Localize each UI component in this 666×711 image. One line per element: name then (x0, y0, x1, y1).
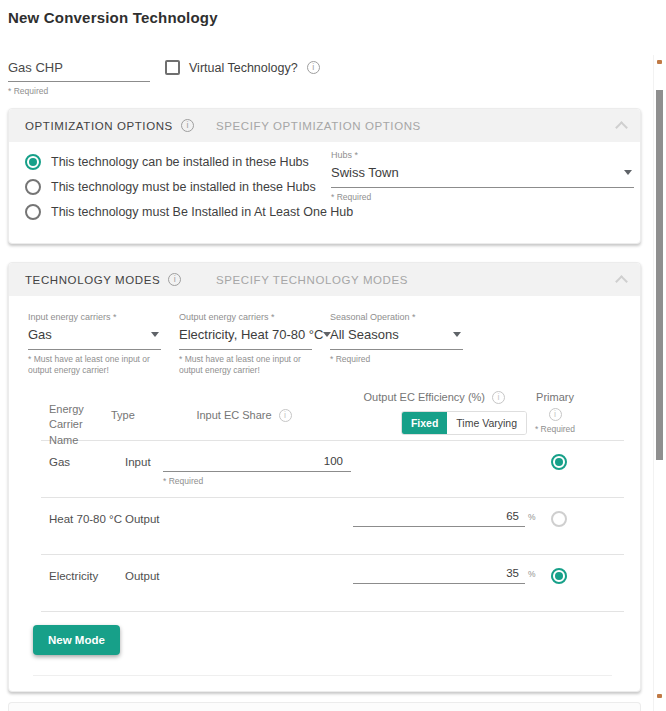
collapse-icon[interactable] (615, 275, 628, 288)
section-title: OPTIMIZATION OPTIONS (25, 120, 173, 132)
radio-label: This technology can be installed in thes… (51, 155, 309, 169)
required-note: * Required (8, 86, 150, 96)
hubs-label: Hubs * (331, 150, 634, 160)
seasonal-operation-block: Seasonal Operation * All Seasons * Requi… (330, 312, 463, 377)
primary-cell (543, 555, 603, 584)
radio-label: This technology must Be Installed in At … (51, 205, 353, 219)
energy-carrier-table: Energy Carrier Name Type Input EC Share … (41, 385, 624, 612)
primary-radio[interactable] (551, 568, 567, 584)
table-header-row: Energy Carrier Name Type Input EC Share … (41, 385, 624, 441)
seasonal-operation-select[interactable]: All Seasons (330, 325, 463, 350)
divider (33, 675, 612, 676)
percent-suffix: % (528, 569, 536, 579)
column-header-label: Input EC Share (196, 408, 271, 423)
primary-radio[interactable] (551, 511, 567, 527)
toggle-time-varying-button[interactable]: Time Varying (447, 412, 526, 434)
carrier-type: Output (125, 498, 163, 525)
carrier-name: Electricity (41, 555, 125, 582)
scrollbar-thumb[interactable] (656, 90, 663, 460)
input-ec-share-field: * Required (163, 441, 353, 486)
info-icon[interactable] (549, 408, 562, 421)
technology-name-input[interactable] (8, 58, 150, 82)
primary-cell (543, 498, 603, 527)
radio-option-at-least-one-hub[interactable]: This technology must Be Installed in At … (25, 204, 624, 220)
carrier-name: Gas (41, 441, 125, 468)
primary-radio[interactable] (551, 454, 567, 470)
required-note: * Required (331, 192, 634, 202)
technology-name-row: * Required Virtual Technology? (8, 58, 648, 96)
carrier-name: Heat 70-80 °C (41, 498, 125, 525)
hubs-select-block: Hubs * Swiss Town * Required (331, 150, 634, 202)
radio-icon[interactable] (25, 179, 41, 195)
output-carriers-select[interactable]: Electricity, Heat 70-80 °C (179, 325, 312, 350)
virtual-technology-group: Virtual Technology? (165, 58, 320, 75)
next-section-card-edge (8, 702, 641, 711)
seasonal-operation-value: All Seasons (330, 327, 399, 342)
column-header-type: Type (111, 394, 149, 423)
efficiency-field: % (353, 555, 543, 584)
carrier-type: Input (125, 441, 163, 468)
technology-modes-header: TECHNOLOGY MODES SPECIFY TECHNOLOGY MODE… (9, 263, 640, 296)
input-carriers-block: Input energy carriers * Gas * Must have … (28, 312, 161, 377)
technology-modes-card: TECHNOLOGY MODES SPECIFY TECHNOLOGY MODE… (8, 262, 641, 692)
dropdown-arrow-icon (151, 332, 159, 337)
scrollbar-marker (657, 694, 662, 698)
optimization-options-header: OPTIMIZATION OPTIONS SPECIFY OPTIMIZATIO… (9, 109, 640, 142)
carrier-type: Output (125, 555, 163, 582)
dropdown-arrow-icon (624, 170, 632, 175)
hubs-value: Swiss Town (331, 165, 399, 180)
page-title: New Conversion Technology (8, 9, 218, 26)
input-ec-share-input[interactable] (163, 453, 351, 472)
input-carriers-select[interactable]: Gas (28, 325, 161, 350)
radio-label: This technology must be installed in the… (51, 180, 316, 194)
collapse-icon[interactable] (615, 121, 628, 134)
section-subtitle: SPECIFY OPTIMIZATION OPTIONS (216, 120, 421, 132)
input-carriers-value: Gas (28, 327, 52, 342)
section-title: TECHNOLOGY MODES (25, 274, 160, 286)
output-carriers-label: Output energy carriers * (179, 312, 312, 322)
dropdown-arrow-icon (453, 332, 461, 337)
carriers-helper-note: * Must have at least one input or output… (179, 354, 312, 377)
info-icon[interactable] (181, 119, 194, 132)
section-subtitle: SPECIFY TECHNOLOGY MODES (216, 274, 408, 286)
info-icon[interactable] (279, 409, 292, 422)
primary-cell (543, 441, 603, 470)
technology-name-field: * Required (8, 58, 150, 96)
info-icon[interactable] (307, 61, 320, 74)
virtual-technology-checkbox[interactable] (165, 60, 180, 75)
scrollbar-marker (657, 60, 662, 64)
toggle-fixed-button[interactable]: Fixed (402, 412, 447, 434)
column-header-output-ec-efficiency: Output EC Efficiency (%) Fixed Time Vary… (299, 394, 529, 435)
mode-selects-row: Input energy carriers * Gas * Must have … (28, 312, 624, 377)
radio-icon[interactable] (25, 204, 41, 220)
required-note: * Required (330, 354, 463, 365)
seasonal-operation-label: Seasonal Operation * (330, 312, 463, 322)
carriers-helper-note: * Must have at least one input or output… (28, 354, 161, 377)
required-note: * Required (163, 476, 353, 486)
percent-suffix: % (528, 512, 536, 522)
column-header-label: Primary (536, 390, 574, 405)
table-row-electricity: Electricity Output % (41, 555, 624, 612)
input-carriers-label: Input energy carriers * (28, 312, 161, 322)
hubs-select[interactable]: Swiss Town (331, 163, 634, 188)
efficiency-input[interactable] (353, 508, 525, 527)
required-note: * Required (535, 424, 575, 434)
info-icon[interactable] (492, 391, 505, 404)
optimization-options-card: OPTIMIZATION OPTIONS SPECIFY OPTIMIZATIO… (8, 108, 641, 244)
table-row-gas: Gas Input * Required (41, 441, 624, 498)
efficiency-input[interactable] (353, 565, 525, 584)
efficiency-mode-toggle: Fixed Time Varying (401, 411, 527, 435)
output-carriers-value: Electricity, Heat 70-80 °C (179, 327, 323, 342)
table-row-heat: Heat 70-80 °C Output % (41, 498, 624, 555)
info-icon[interactable] (168, 273, 181, 286)
virtual-technology-label: Virtual Technology? (189, 61, 298, 75)
column-header-primary: Primary * Required (525, 390, 585, 434)
column-header-label: Output EC Efficiency (%) (364, 390, 485, 405)
technology-modes-body: Input energy carriers * Gas * Must have … (9, 296, 640, 676)
optimization-options-body: This technology can be installed in thes… (9, 142, 640, 232)
scrollbar[interactable] (653, 55, 666, 711)
radio-icon[interactable] (25, 154, 41, 170)
new-mode-button[interactable]: New Mode (33, 625, 120, 655)
efficiency-field: % (353, 498, 543, 527)
output-carriers-block: Output energy carriers * Electricity, He… (179, 312, 312, 377)
